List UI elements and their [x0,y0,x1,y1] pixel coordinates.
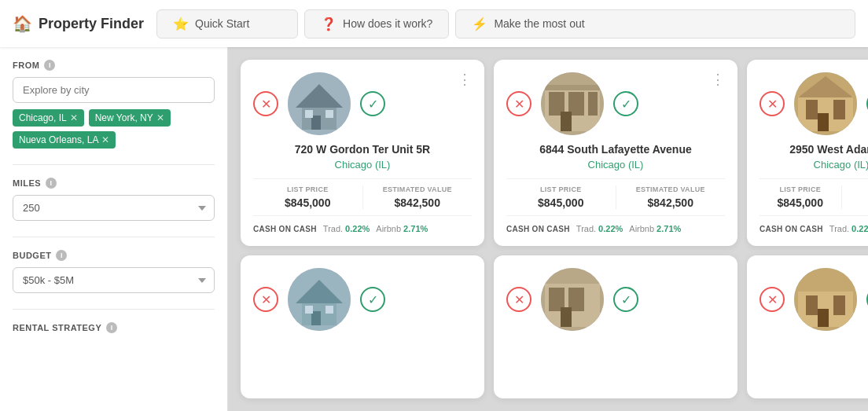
budget-info-icon[interactable]: i [56,250,67,261]
quick-start-button[interactable]: ⭐ Quick Start [156,9,298,39]
card-4-top: ✕ ✓ [253,268,472,331]
content-area: ✕ ✓ ⋮ [228,47,868,411]
card-2-accept-button[interactable]: ✓ [613,91,638,116]
tag-chicago-close[interactable]: ✕ [70,112,78,123]
budget-select[interactable]: $50k - $5M $100k - $1M $200k - $2M [13,267,215,293]
card-1-reject-button[interactable]: ✕ [253,91,278,116]
main-layout: FROM i Chicago, IL ✕ New York, NY ✕ Nuev… [0,47,868,411]
card-2-city[interactable]: Chicago (IL) [506,159,725,171]
card-1-list-price-value: $845,000 [253,196,362,209]
card-2-top: ✕ [506,72,725,135]
from-info-icon[interactable]: i [44,60,55,71]
quick-start-label: Quick Start [195,17,249,30]
cards-row-2: ✕ ✓ [241,255,855,398]
svg-rect-25 [326,306,333,314]
city-search-input[interactable] [13,77,215,103]
property-card-3: ✕ ✓ ⋮ [747,60,868,246]
card-1-airbnb-metric: Airbnb 2.71% [376,224,428,233]
card-6-top: ✕ ✓ [760,268,868,331]
svg-rect-30 [561,307,572,327]
tag-new-york-label: New York, NY [95,112,153,123]
card-3-list-price-label: LIST PRICE [760,185,841,193]
rental-strategy-section: RENTAL STRATEGY i [13,322,215,333]
card-2-street: 6844 South Lafayette Avenue [506,143,725,156]
app-logo: 🏠 Property Finder [13,14,144,33]
tag-chicago-label: Chicago, IL [19,112,67,123]
card-2-est-value-label: ESTIMATED VALUE [616,185,726,193]
card-6-reject-button[interactable]: ✕ [760,287,785,312]
budget-label: BUDGET i [13,250,215,261]
card-2-address: 6844 South Lafayette Avenue Chicago (IL) [506,143,725,171]
sidebar: FROM i Chicago, IL ✕ New York, NY ✕ Nuev… [0,47,228,411]
divider-3 [13,309,215,310]
card-2-airbnb-metric: Airbnb 2.71% [629,224,681,233]
svg-rect-34 [833,295,845,315]
miles-section: MILES i 250 100 500 [13,178,215,221]
card-3-trad-metric: Trad. 0.22% [829,224,868,233]
card-2-prices: LIST PRICE $845,000 ESTIMATED VALUE $842… [506,178,725,216]
tag-chicago[interactable]: Chicago, IL ✕ [13,109,84,127]
divider-1 [13,164,215,165]
how-it-works-button[interactable]: ❓ How does it work? [304,9,449,39]
cards-row-1: ✕ ✓ ⋮ [241,60,855,246]
card-3-street: 2950 West Adams S [760,143,868,156]
card-1-prices: LIST PRICE $845,000 ESTIMATED VALUE $842… [253,178,472,216]
card-2-est-value: $842,500 [616,196,726,209]
card-3-city[interactable]: Chicago (IL) [760,159,868,171]
header-nav: ⭐ Quick Start ❓ How does it work? ⚡ Make… [156,9,855,39]
card-2-menu-icon[interactable]: ⋮ [711,72,725,86]
card-3-metrics: CASH ON CASH Trad. 0.22% [760,224,868,233]
card-2-list-price-value: $845,000 [506,196,616,209]
divider-2 [13,237,215,237]
card-5-top: ✕ ✓ [506,268,725,331]
app-header: 🏠 Property Finder ⭐ Quick Start ❓ How do… [0,0,868,47]
make-most-button[interactable]: ⚡ Make the most out [455,9,855,39]
card-2-trad-value: 0.22% [598,224,623,233]
card-1-city[interactable]: Chicago (IL) [253,159,472,171]
card-2-list-price-label: LIST PRICE [506,185,616,193]
card-1-airbnb-value: 2.71% [403,224,428,233]
card-1-image [288,72,351,135]
card-1-accept-button[interactable]: ✓ [360,91,385,116]
card-4-accept-button[interactable]: ✓ [360,287,385,312]
property-card-6: ✕ ✓ [747,255,868,398]
card-3-reject-button[interactable]: ✕ [760,91,785,116]
card-4-image [288,268,351,331]
card-4-reject-button[interactable]: ✕ [253,287,278,312]
card-3-list-price-col: LIST PRICE $845,000 [760,185,841,209]
rental-strategy-label: RENTAL STRATEGY i [13,322,215,333]
card-1-est-value-col: ESTIMATED VALUE $842,500 [362,185,473,209]
tag-new-york-close[interactable]: ✕ [156,112,164,123]
tag-nueva-orleans-label: Nueva Orleans, LA [19,134,98,145]
budget-section: BUDGET i $50k - $5M $100k - $1M $200k - … [13,250,215,293]
card-1-trad-value: 0.22% [345,224,370,233]
card-2-reject-button[interactable]: ✕ [506,91,531,116]
card-2-metrics: CASH ON CASH Trad. 0.22% Airbnb 2.71% [506,224,725,233]
home-icon: 🏠 [13,14,32,33]
star-icon: ⭐ [173,17,189,31]
tag-nueva-orleans-close[interactable]: ✕ [101,134,109,145]
card-1-trad-metric: Trad. 0.22% [323,224,370,233]
card-2-image [541,72,604,135]
card-1-est-value: $842,500 [363,196,473,209]
property-card-2: ✕ [494,60,737,246]
property-card-4: ✕ ✓ [241,255,484,398]
svg-rect-4 [305,110,313,118]
card-2-trad-metric: Trad. 0.22% [576,224,623,233]
rental-info-icon[interactable]: i [106,322,117,333]
card-1-menu-icon[interactable]: ⋮ [458,72,472,86]
card-2-airbnb-value: 2.71% [657,224,681,233]
miles-select[interactable]: 250 100 500 [13,195,215,221]
question-icon: ❓ [321,17,337,31]
miles-info-icon[interactable]: i [46,178,57,189]
card-5-reject-button[interactable]: ✕ [506,287,531,312]
tag-new-york[interactable]: New York, NY ✕ [89,109,171,127]
tag-nueva-orleans[interactable]: Nueva Orleans, LA ✕ [13,131,116,149]
card-3-list-price-value: $845,000 [760,196,841,209]
card-5-accept-button[interactable]: ✓ [613,287,638,312]
card-1-list-price-col: LIST PRICE $845,000 [253,185,362,209]
app-title: Property Finder [39,16,144,32]
card-1-street: 720 W Gordon Ter Unit 5R [253,143,472,156]
lightning-icon: ⚡ [472,17,487,31]
svg-rect-5 [326,110,333,118]
